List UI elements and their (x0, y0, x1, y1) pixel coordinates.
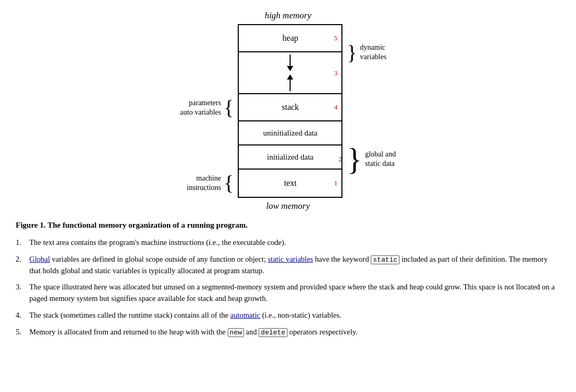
arrow-space-section: 3 (239, 52, 341, 94)
static-code: static (371, 255, 400, 264)
heap-section: heap 5 (239, 25, 341, 52)
dynamic-brace: } (347, 40, 357, 65)
down-arrow (287, 54, 293, 71)
right-labels: } dynamic variables 2 } global and stati… (347, 39, 396, 183)
memory-layout: parameters auto variables { machine inst… (180, 24, 396, 198)
memory-diagram: high memory parameters auto variables { … (16, 10, 560, 211)
left-label-machine: machine instructions { (187, 170, 234, 197)
uninit-section: uninitialized data (239, 121, 341, 145)
note-4: 4. The stack (sometimes called the runti… (16, 310, 560, 321)
left-labels: parameters auto variables { machine inst… (180, 25, 234, 197)
note-4-num: 4. (16, 310, 29, 321)
stack-section: stack 4 (239, 94, 341, 121)
note-5: 5. Memory is allocated from and returned… (16, 327, 560, 338)
text-section: text 1 (239, 170, 341, 197)
delete-code: delete (259, 328, 287, 337)
right-label-global: 2 } global and static data (347, 135, 396, 183)
note-3: 3. The space illustrated here was alloca… (16, 282, 560, 305)
arrow-number: 3 (334, 69, 338, 77)
machine-label: machine instructions (187, 174, 221, 193)
note-1-text: The text area contains the program's mac… (29, 237, 560, 249)
note-5-text: Memory is allocated from and returned to… (29, 327, 560, 338)
global-link[interactable]: Global (29, 255, 50, 263)
dynamic-label: dynamic variables (360, 43, 387, 62)
params-label: parameters auto variables (180, 98, 221, 117)
note-1: 1. The text area contains the program's … (16, 237, 560, 249)
low-memory-label: low memory (266, 201, 310, 211)
high-memory-label: high memory (264, 10, 311, 21)
note-2-num: 2. (16, 254, 29, 277)
left-label-params: parameters auto variables { (180, 94, 234, 121)
heap-number: 5 (334, 34, 338, 42)
arrows: 3 (239, 52, 341, 93)
global-brace: } (347, 141, 362, 177)
global-number: 2 (338, 155, 342, 163)
up-arrow (287, 74, 293, 91)
right-spacer-middle (347, 66, 396, 135)
figure-caption: Figure 1. The functional memory organiza… (16, 221, 560, 230)
automatic-link[interactable]: automatic (230, 311, 260, 319)
global-label: global and static data (365, 150, 396, 169)
params-brace: { (224, 97, 234, 118)
note-3-text: The space illustrated here was allocated… (29, 282, 560, 305)
right-label-dynamic: } dynamic variables (347, 39, 396, 66)
init-section: initialized data (239, 145, 341, 170)
note-2: 2. Global variables are defined in globa… (16, 254, 560, 277)
note-4-text: The stack (sometimes called the runtime … (29, 310, 560, 321)
machine-brace: { (224, 173, 234, 194)
static-variables-link[interactable]: static variables (268, 255, 313, 263)
note-3-num: 3. (16, 282, 29, 305)
notes-list: 1. The text area contains the program's … (16, 237, 560, 338)
new-code: new (228, 328, 244, 337)
note-1-num: 1. (16, 237, 29, 249)
note-2-text: Global variables are defined in global s… (29, 254, 560, 277)
memory-box: heap 5 3 (238, 24, 342, 198)
note-5-num: 5. (16, 327, 29, 338)
text-number: 1 (334, 179, 338, 187)
stack-number: 4 (334, 103, 338, 111)
